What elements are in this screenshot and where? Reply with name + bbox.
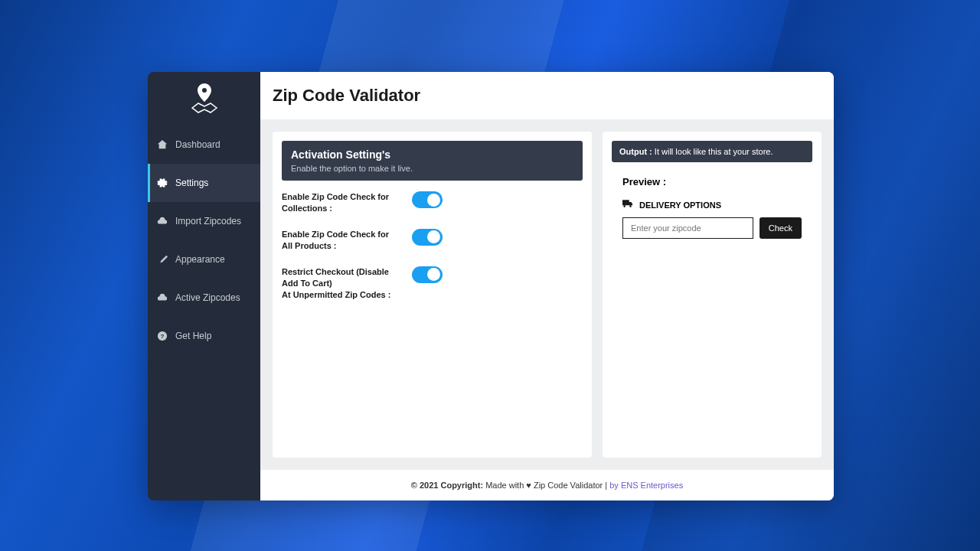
sidebar-item-label: Appearance [175,254,225,265]
output-label: Output : [619,147,652,156]
sidebar-item-label: Settings [175,178,208,188]
preview-title: Preview : [612,176,812,200]
panel-subtitle: Enable the option to make it live. [291,164,573,173]
sidebar-item-label: Get Help [175,331,211,341]
sidebar-item-settings[interactable]: Settings [148,164,260,202]
footer-copyright: © 2021 Copyright: [411,481,483,490]
sidebar-item-help[interactable]: ? Get Help [148,317,260,355]
preview-card: Output : It will look like this at your … [603,132,822,458]
sidebar-item-label: Import Zipcodes [175,216,241,227]
cloud-icon [157,292,168,303]
toggle-all-products[interactable] [412,229,443,246]
delivery-heading-text: DELIVERY OPTIONS [639,201,721,210]
footer: © 2021 Copyright: Made with ♥ Zip Code V… [260,470,834,500]
svg-text:?: ? [161,333,165,340]
gear-icon [157,178,168,188]
cloud-icon [157,216,168,227]
toggle-restrict-checkout[interactable] [412,266,443,283]
output-bar: Output : It will look like this at your … [612,141,812,162]
sidebar-item-import[interactable]: Import Zipcodes [148,202,260,240]
sidebar-item-label: Dashboard [175,139,220,150]
app-window: Dashboard Settings Import Zipcodes Appea… [148,72,834,500]
check-button[interactable]: Check [760,217,802,239]
app-logo [148,72,260,126]
delivery-heading: DELIVERY OPTIONS [612,200,812,217]
footer-made-with: Made with [483,481,526,490]
content-area: Activation Setting's Enable the option t… [260,119,834,470]
sidebar-item-label: Active Zipcodes [175,292,240,303]
panel-title: Activation Setting's [291,148,573,161]
output-text: It will look like this at your store. [652,147,773,156]
settings-card: Activation Setting's Enable the option t… [273,132,592,458]
setting-label: Enable Zip Code Check for All Products : [282,229,397,253]
sidebar: Dashboard Settings Import Zipcodes Appea… [148,72,260,500]
help-icon: ? [157,331,168,341]
setting-label: Restrict Checkout (Disable Add To Cart) … [282,266,397,302]
page-title: Zip Code Validator [273,86,822,106]
map-pin-logo-icon [186,80,223,117]
setting-row: Enable Zip Code Check for All Products : [282,229,583,253]
page-header: Zip Code Validator [260,72,834,119]
main-area: Zip Code Validator Activation Setting's … [260,72,834,500]
sidebar-item-appearance[interactable]: Appearance [148,240,260,279]
home-icon [157,139,168,150]
sidebar-item-active[interactable]: Active Zipcodes [148,279,260,317]
footer-link[interactable]: by ENS Enterprises [609,481,683,490]
footer-app-name: Zip Code Validator | [531,481,609,490]
sidebar-item-dashboard[interactable]: Dashboard [148,126,260,164]
setting-label: Enable Zip Code Check for Collections : [282,191,397,215]
setting-row: Restrict Checkout (Disable Add To Cart) … [282,266,583,302]
truck-icon [622,200,633,210]
setting-row: Enable Zip Code Check for Collections : [282,191,583,215]
brush-icon [157,254,168,265]
toggle-collections[interactable] [412,191,443,208]
zipcode-input-row: Check [612,217,812,239]
zipcode-input[interactable] [622,217,753,239]
activation-panel-header: Activation Setting's Enable the option t… [282,141,583,181]
